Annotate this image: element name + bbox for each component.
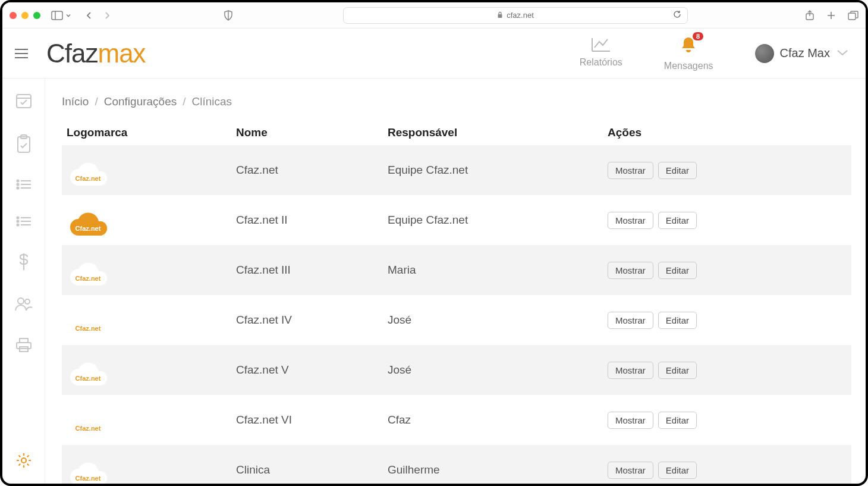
clinic-logo: Cfaz.net [67, 162, 109, 189]
tabs-icon[interactable] [848, 10, 858, 21]
svg-point-16 [17, 180, 18, 182]
clinic-name: Cfaz.net III [231, 245, 383, 295]
show-button[interactable]: Mostrar [608, 312, 653, 329]
logo-part-a: Cfaz [46, 39, 98, 68]
calendar-check-icon[interactable] [15, 92, 33, 112]
clinic-name: Cfaz.net IV [231, 295, 383, 345]
edit-button[interactable]: Editar [658, 412, 697, 429]
clinic-logo: Cfaz.net [67, 312, 109, 339]
svg-point-29 [18, 298, 24, 304]
clinic-logo: Cfaz.net [67, 462, 109, 484]
close-window-button[interactable] [10, 12, 17, 19]
clinic-logo: Cfaz.net [67, 362, 109, 389]
menu-toggle-button[interactable] [2, 48, 40, 59]
gear-icon[interactable] [15, 451, 33, 472]
show-button[interactable]: Mostrar [608, 162, 653, 179]
list-icon-2[interactable] [15, 215, 32, 230]
table-row: Cfaz.netCfaz.net VJoséMostrarEditar [62, 345, 851, 395]
reload-icon[interactable] [673, 10, 681, 20]
app-logo[interactable]: Cfazmax [46, 39, 146, 68]
clinic-responsible: Cfaz [383, 395, 603, 445]
dollar-icon[interactable] [18, 252, 30, 274]
svg-rect-32 [20, 338, 28, 343]
edit-button[interactable]: Editar [658, 262, 697, 279]
user-menu[interactable]: Cfaz Max [755, 44, 849, 63]
list-icon[interactable] [15, 178, 32, 193]
logo-part-b: max [98, 39, 145, 68]
clinic-logo: Cfaz.net [67, 412, 109, 439]
chevron-down-icon[interactable] [65, 12, 71, 18]
table-row: Cfaz.netCfaz.net VICfazMostrarEditar [62, 395, 851, 445]
clinic-name: Cfaz.net V [231, 345, 383, 395]
breadcrumb: Início / Configurações / Clínicas [62, 95, 851, 108]
new-tab-icon[interactable] [826, 10, 836, 21]
address-bar[interactable]: cfaz.net [343, 7, 688, 24]
svg-point-26 [17, 224, 18, 226]
col-actions: Ações [603, 120, 851, 145]
clinic-responsible: Equipe Cfaz.net [383, 145, 603, 195]
show-button[interactable]: Mostrar [608, 362, 653, 379]
edit-button[interactable]: Editar [658, 312, 697, 329]
browser-toolbar: cfaz.net [2, 2, 866, 29]
edit-button[interactable]: Editar [658, 162, 697, 179]
svg-point-24 [17, 221, 18, 222]
maximize-window-button[interactable] [33, 12, 40, 19]
breadcrumb-current: Clínicas [192, 95, 232, 108]
nav-messages[interactable]: 8 Mensagens [664, 36, 713, 71]
main-content: Início / Configurações / Clínicas Logoma… [45, 79, 866, 484]
show-button[interactable]: Mostrar [608, 262, 653, 279]
browser-window: cfaz.net Cfazmax [0, 0, 868, 486]
svg-point-20 [17, 187, 18, 189]
lock-icon [497, 11, 503, 20]
clinic-name: Cfaz.net II [231, 195, 383, 245]
app-sidebar [2, 79, 45, 484]
minimize-window-button[interactable] [21, 12, 29, 19]
svg-rect-12 [17, 95, 31, 108]
clinic-responsible: Maria [383, 245, 603, 295]
edit-button[interactable]: Editar [658, 212, 697, 229]
table-row: Cfaz.netCfaz.net IVJoséMostrarEditar [62, 295, 851, 345]
clinic-name: Cfaz.net VI [231, 395, 383, 445]
nav-messages-label: Mensagens [664, 61, 713, 71]
notification-badge: 8 [693, 32, 703, 40]
back-button[interactable] [86, 11, 93, 20]
forward-button[interactable] [103, 11, 111, 20]
table-row: Cfaz.netCfaz.net IIEquipe Cfaz.netMostra… [62, 195, 851, 245]
breadcrumb-settings[interactable]: Configurações [104, 95, 177, 108]
table-row: Cfaz.netCfaz.netEquipe Cfaz.netMostrarEd… [62, 145, 851, 195]
edit-button[interactable]: Editar [658, 362, 697, 379]
avatar [755, 44, 774, 63]
sidebar-toggle-icon[interactable] [51, 11, 63, 20]
svg-point-18 [17, 184, 18, 186]
table-row: Cfaz.netCfaz.net IIIMariaMostrarEditar [62, 245, 851, 295]
svg-point-34 [21, 458, 26, 463]
clinic-logo: Cfaz.net [67, 262, 109, 289]
nav-reports[interactable]: Relatórios [580, 36, 622, 68]
col-responsible: Responsável [383, 120, 603, 145]
table-row: Cfaz.netClinicaGuilhermeMostrarEditar [62, 445, 851, 484]
show-button[interactable]: Mostrar [608, 212, 653, 229]
svg-rect-8 [848, 13, 856, 20]
shield-icon[interactable] [224, 10, 233, 21]
clinic-name: Clinica [231, 445, 383, 484]
window-controls [10, 12, 40, 19]
app-header: Cfazmax Relatórios 8 Mensagens Cfaz Max [2, 29, 866, 79]
clinics-table: Logomarca Nome Responsável Ações Cfaz.ne… [62, 120, 851, 484]
edit-button[interactable]: Editar [658, 462, 697, 479]
clinic-name: Cfaz.net [231, 145, 383, 195]
share-icon[interactable] [805, 10, 814, 21]
show-button[interactable]: Mostrar [608, 412, 653, 429]
breadcrumb-home[interactable]: Início [62, 95, 89, 108]
clinic-logo: Cfaz.net [67, 212, 109, 239]
svg-rect-31 [17, 343, 31, 349]
users-icon[interactable] [14, 296, 33, 314]
svg-point-22 [17, 217, 18, 219]
svg-rect-3 [498, 14, 502, 18]
chevron-down-icon [836, 48, 849, 59]
printer-icon[interactable] [15, 337, 33, 356]
clipboard-check-icon[interactable] [15, 134, 32, 156]
clinic-responsible: Guilherme [383, 445, 603, 484]
svg-point-30 [25, 299, 30, 304]
clinic-responsible: José [383, 345, 603, 395]
show-button[interactable]: Mostrar [608, 462, 653, 479]
